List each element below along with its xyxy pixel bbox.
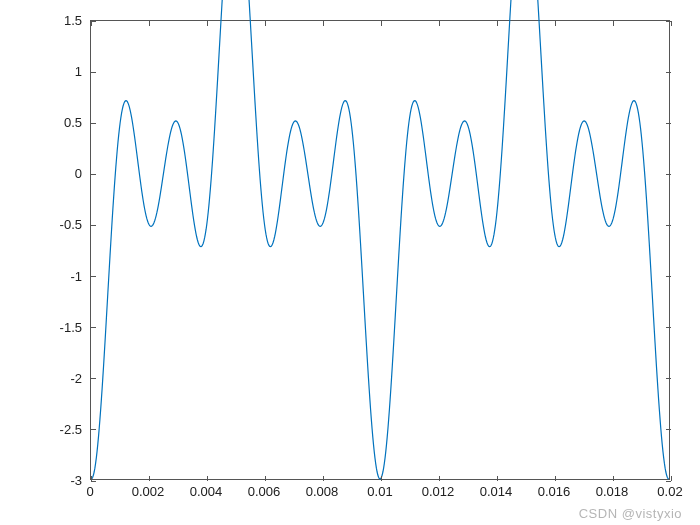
y-tick (91, 72, 96, 73)
y-tick-label: -1.5 (42, 319, 82, 334)
x-tick-label: 0.006 (239, 484, 289, 499)
x-tick-label: 0.016 (529, 484, 579, 499)
y-tick-label: -2.5 (42, 421, 82, 436)
y-tick (666, 72, 671, 73)
x-tick (207, 21, 208, 26)
x-tick (671, 21, 672, 26)
x-tick (265, 21, 266, 26)
series-line (91, 0, 668, 479)
y-tick (666, 174, 671, 175)
x-tick (323, 21, 324, 26)
y-tick-label: -1 (42, 268, 82, 283)
plot-axes (90, 20, 670, 480)
x-tick (265, 476, 266, 481)
x-tick-label: 0.02 (645, 484, 695, 499)
x-tick-label: 0.012 (413, 484, 463, 499)
y-tick (91, 123, 96, 124)
y-tick (91, 174, 96, 175)
y-tick (666, 327, 671, 328)
x-tick (91, 476, 92, 481)
y-tick (91, 481, 96, 482)
y-tick (91, 429, 96, 430)
x-tick (613, 21, 614, 26)
y-tick-label: -0.5 (42, 217, 82, 232)
x-tick (497, 21, 498, 26)
y-tick (666, 276, 671, 277)
x-tick-label: 0.01 (355, 484, 405, 499)
watermark-text: CSDN @vistyxio (579, 506, 682, 521)
y-tick-label: 1 (42, 64, 82, 79)
y-tick (91, 276, 96, 277)
y-tick (91, 378, 96, 379)
figure-panel: CSDN @vistyxio -3-2.5-2-1.5-1-0.500.511.… (0, 0, 700, 525)
x-tick-label: 0.002 (123, 484, 173, 499)
y-tick (666, 123, 671, 124)
y-tick-label: 0 (42, 166, 82, 181)
x-tick (381, 21, 382, 26)
y-tick (666, 378, 671, 379)
y-tick (91, 225, 96, 226)
y-tick (666, 429, 671, 430)
y-tick-label: -2 (42, 370, 82, 385)
y-tick-label: 1.5 (42, 13, 82, 28)
plot-canvas (91, 21, 669, 479)
y-tick (91, 327, 96, 328)
x-tick (671, 476, 672, 481)
x-tick-label: 0.004 (181, 484, 231, 499)
x-tick (91, 21, 92, 26)
x-tick-label: 0 (65, 484, 115, 499)
x-tick (555, 476, 556, 481)
x-tick (323, 476, 324, 481)
x-tick-label: 0.008 (297, 484, 347, 499)
x-tick (555, 21, 556, 26)
x-tick-label: 0.014 (471, 484, 521, 499)
x-tick (497, 476, 498, 481)
x-tick (149, 476, 150, 481)
x-tick (207, 476, 208, 481)
y-tick (91, 21, 96, 22)
x-tick (149, 21, 150, 26)
x-tick (381, 476, 382, 481)
y-tick (666, 225, 671, 226)
y-tick-label: 0.5 (42, 115, 82, 130)
x-tick-label: 0.018 (587, 484, 637, 499)
x-tick (613, 476, 614, 481)
x-tick (439, 21, 440, 26)
x-tick (439, 476, 440, 481)
